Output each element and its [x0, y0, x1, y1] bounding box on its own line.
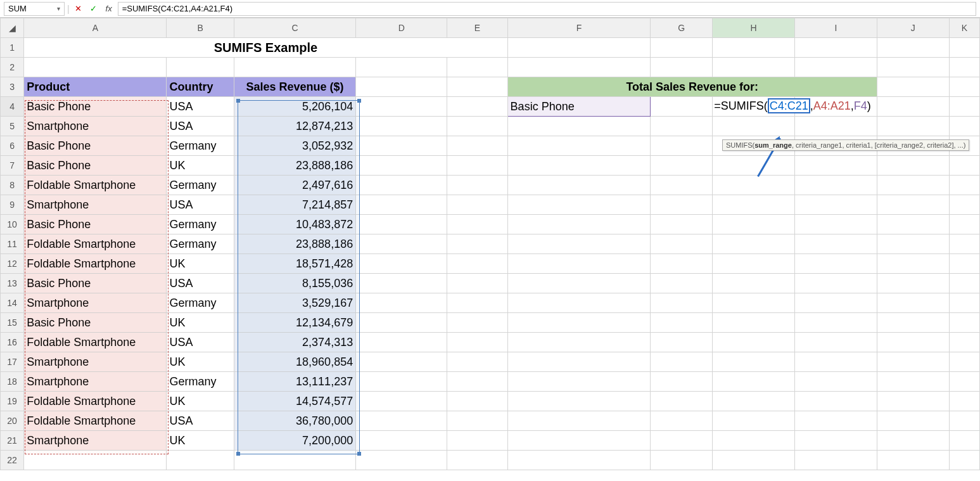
cell[interactable]: 5,206,104 [234, 97, 355, 117]
row-header[interactable]: 17 [1, 352, 24, 372]
arg-criteria-range: A4:A21 [813, 99, 851, 112]
col-header-A[interactable]: A [24, 18, 167, 38]
formula-input[interactable]: =SUMIFS(C4:C21,A4:A21,F4) [118, 2, 976, 16]
formula-bar: SUM ▾ | ✕ ✓ fx =SUMIFS(C4:C21,A4:A21,F4) [0, 0, 980, 18]
row-header[interactable]: 21 [1, 431, 24, 451]
cancel-icon[interactable]: ✕ [72, 3, 85, 15]
enter-icon[interactable]: ✓ [87, 3, 100, 15]
col-header-F[interactable]: F [507, 18, 651, 38]
col-header-H[interactable]: H [713, 18, 795, 38]
row-header[interactable]: 5 [1, 117, 24, 136]
row-header[interactable]: 14 [1, 293, 24, 313]
col-header-J[interactable]: J [877, 18, 949, 38]
col-header-G[interactable]: G [651, 18, 713, 38]
row-header[interactable]: 7 [1, 156, 24, 176]
col-header-B[interactable]: B [167, 18, 234, 38]
column-header-row: ◢ A B C D E F G H I J K [1, 18, 980, 38]
header-revenue[interactable]: Sales Revenue ($) [234, 77, 355, 97]
arg-criteria: F4 [854, 99, 867, 112]
row-header[interactable]: 11 [1, 234, 24, 254]
row-header[interactable]: 20 [1, 411, 24, 431]
header-country[interactable]: Country [167, 77, 234, 97]
header-product[interactable]: Product [24, 77, 167, 97]
spreadsheet-grid[interactable]: ◢ A B C D E F G H I J K 1SUMIFS Example … [0, 18, 980, 470]
row-header[interactable]: 16 [1, 333, 24, 352]
row-header[interactable]: 1 [1, 38, 24, 58]
row-header[interactable]: 10 [1, 215, 24, 234]
row-header[interactable]: 13 [1, 274, 24, 293]
col-header-I[interactable]: I [795, 18, 877, 38]
function-tooltip[interactable]: SUMIFS(sum_range, criteria_range1, crite… [722, 139, 969, 151]
row-header[interactable]: 3 [1, 77, 24, 97]
col-header-E[interactable]: E [447, 18, 507, 38]
col-header-D[interactable]: D [356, 18, 447, 38]
arg-sum-range: C4:C21 [768, 98, 810, 113]
select-all-cell[interactable]: ◢ [1, 18, 24, 38]
name-box[interactable]: SUM ▾ [4, 2, 65, 16]
row-header[interactable]: 2 [1, 58, 24, 77]
col-header-C[interactable]: C [234, 18, 355, 38]
col-header-K[interactable]: K [949, 18, 979, 38]
row-header[interactable]: 18 [1, 372, 24, 392]
row-header[interactable]: 4 [1, 97, 24, 117]
formula-cell-H4[interactable]: =SUMIFS(C4:C21,A4:A21,F4) [713, 97, 795, 117]
row-header[interactable]: 6 [1, 136, 24, 156]
row-header[interactable]: 15 [1, 313, 24, 333]
chevron-down-icon[interactable]: ▾ [57, 5, 60, 12]
fx-icon[interactable]: fx [103, 3, 115, 15]
row-header[interactable]: 12 [1, 254, 24, 274]
row-header[interactable]: 19 [1, 392, 24, 411]
row-header[interactable]: 8 [1, 176, 24, 195]
cell[interactable]: Basic Phone [24, 97, 167, 117]
lookup-cell[interactable]: Basic Phone [507, 97, 651, 117]
cell[interactable]: USA [167, 97, 234, 117]
row-header[interactable]: 22 [1, 451, 24, 470]
name-box-text: SUM [8, 4, 57, 13]
total-header[interactable]: Total Sales Revenue for: [507, 77, 877, 97]
title-cell[interactable]: SUMIFS Example [24, 38, 507, 58]
row-header[interactable]: 9 [1, 195, 24, 215]
